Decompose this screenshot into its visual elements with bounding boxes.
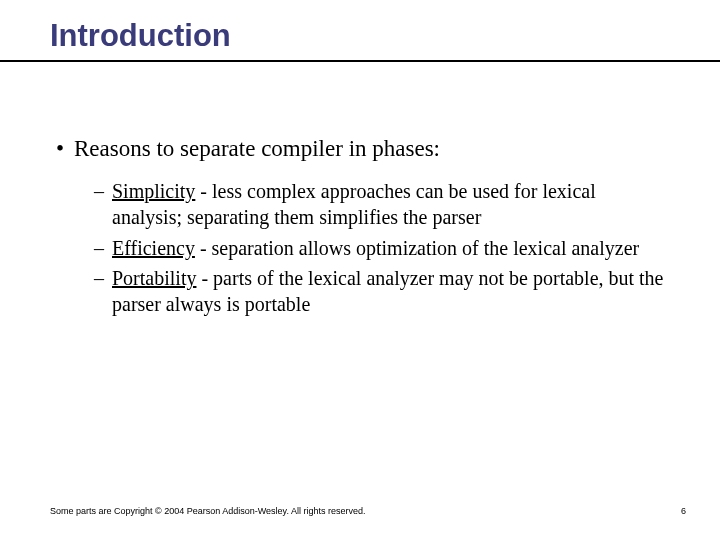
bullet-level1: • Reasons to separate compiler in phases… [56,134,670,164]
bullet-level2-text: Efficiency - separation allows optimizat… [112,237,639,259]
bullet-level1-text: Reasons to separate compiler in phases: [74,136,440,161]
footer-copyright: Some parts are Copyright © 2004 Pearson … [50,506,365,516]
dash-icon: – [94,265,104,291]
dash-icon: – [94,178,104,204]
sub-bullets-wrap: – Simplicity - less complex approaches c… [56,178,670,318]
bullet-level2: – Simplicity - less complex approaches c… [94,178,670,231]
bullet-level2-text: Simplicity - less complex approaches can… [112,180,596,228]
slide-container: Introduction • Reasons to separate compi… [0,0,720,540]
slide-title: Introduction [50,18,670,54]
title-underline [0,60,720,62]
term-underline: Simplicity [112,180,195,202]
term-underline: Portability [112,267,196,289]
bullet-level2: – Efficiency - separation allows optimiz… [94,235,670,261]
bullet-level2: – Portability - parts of the lexical ana… [94,265,670,318]
bullet-level2-text: Portability - parts of the lexical analy… [112,267,664,315]
term-underline: Efficiency [112,237,195,259]
term-rest: - separation allows optimization of the … [195,237,639,259]
dash-icon: – [94,235,104,261]
bullet-dot-icon: • [56,134,64,164]
page-number: 6 [681,506,686,516]
slide-content: • Reasons to separate compiler in phases… [50,134,670,318]
